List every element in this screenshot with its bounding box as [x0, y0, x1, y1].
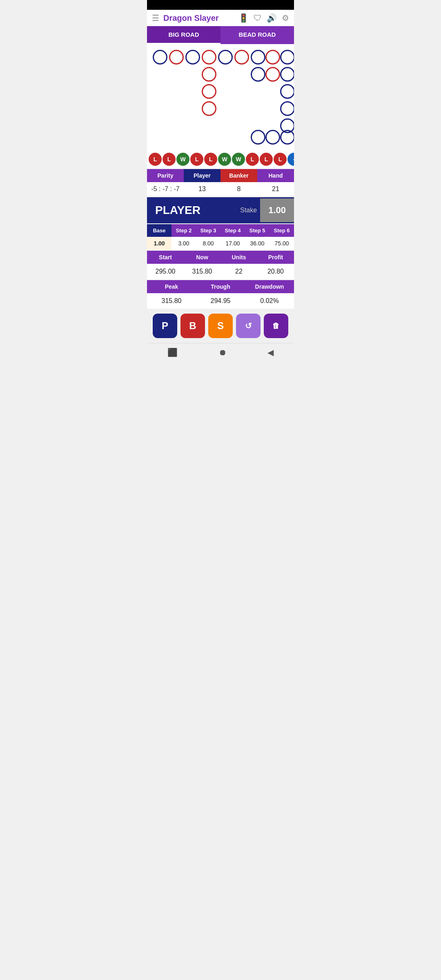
step5-value: 36.00: [245, 237, 270, 250]
delete-button[interactable]: 🗑: [264, 314, 288, 338]
action-buttons: P B S ↺ 🗑: [147, 309, 294, 343]
player-button[interactable]: P: [153, 314, 177, 338]
shield-icon[interactable]: 🛡: [254, 13, 262, 23]
tab-bead-road[interactable]: BEAD ROAD: [220, 26, 294, 44]
result-8: L: [260, 153, 273, 166]
squeeze-button[interactable]: S: [208, 314, 233, 338]
circle-r0c6: [251, 50, 265, 65]
profit-header: Profit: [257, 251, 294, 264]
circle-r0c2: [185, 50, 200, 65]
bet-stake-label: Stake: [237, 207, 260, 214]
steps-section: Base Step 2 Step 3 Step 4 Step 5 Step 6 …: [147, 224, 294, 250]
circle-r3c7: [280, 101, 294, 116]
peak-value: 315.80: [147, 293, 196, 309]
circle-r1c3: [202, 67, 216, 82]
result-6: W: [232, 153, 245, 166]
result-3: L: [190, 153, 203, 166]
ptd-section: Peak Trough Drawdown 315.80 294.95 0.02%: [147, 280, 294, 309]
fin-header-row: Start Now Units Profit: [147, 251, 294, 264]
result-5: W: [218, 153, 231, 166]
step2-header: Step 2: [172, 224, 196, 237]
units-value: 22: [220, 264, 257, 279]
volume-icon[interactable]: 🔊: [267, 13, 277, 23]
fin-data-row: 295.00 315.80 22 20.80: [147, 264, 294, 279]
steps-data-row: 1.00 3.00 8.00 17.00 36.00 75.00: [147, 237, 294, 250]
step3-value: 8.00: [196, 237, 220, 250]
base-value: 1.00: [147, 237, 172, 250]
circle-r0c5: [234, 50, 249, 65]
base-header: Base: [147, 224, 172, 237]
hand-header: Hand: [257, 169, 294, 182]
circle-r3c3: [202, 101, 216, 116]
header-icons: 🚦 🛡 🔊 ⚙: [238, 13, 289, 23]
back-button[interactable]: ◀: [267, 347, 274, 357]
circle-r0c3: [202, 50, 216, 65]
circle-r0c7: [265, 50, 280, 65]
ptd-header-row: Peak Trough Drawdown: [147, 280, 294, 293]
results-row: L L W L L W W L L L - W W W W: [147, 150, 294, 168]
stats-header-row: Parity Player Banker Hand: [147, 169, 294, 182]
steps-header-row: Base Step 2 Step 3 Step 4 Step 5 Step 6: [147, 224, 294, 237]
start-value: 295.00: [147, 264, 184, 279]
ptd-data-row: 315.80 294.95 0.02%: [147, 293, 294, 309]
hand-value: 21: [257, 182, 294, 196]
result-2: W: [176, 153, 189, 166]
settings-icon[interactable]: ⚙: [282, 13, 289, 23]
circles-grid: [151, 48, 290, 146]
player-header: Player: [184, 169, 220, 182]
bet-stake-value: 1.00: [260, 198, 294, 222]
circle-r1c8: [280, 67, 294, 82]
units-header: Units: [220, 251, 257, 264]
parity-header: Parity: [147, 169, 184, 182]
step5-header: Step 5: [245, 224, 270, 237]
stats-data-row: -5 : -7 : -7 13 8 21: [147, 182, 294, 196]
banker-value: 8: [220, 182, 257, 196]
now-header: Now: [184, 251, 220, 264]
bet-label: PLAYER: [147, 197, 237, 223]
circle-r0c0: [153, 50, 167, 65]
circle-r0c4: [218, 50, 233, 65]
tab-big-road[interactable]: BIG ROAD: [147, 26, 220, 44]
app-title: Dragon Slayer: [163, 13, 234, 23]
peak-header: Peak: [147, 280, 196, 293]
financial-section: Start Now Units Profit 295.00 315.80 22 …: [147, 251, 294, 279]
trough-header: Trough: [196, 280, 245, 293]
road-area: [147, 44, 294, 150]
menu-icon[interactable]: ☰: [152, 13, 159, 23]
profit-value: 20.80: [257, 264, 294, 279]
circle-r0c8: [280, 50, 294, 65]
start-header: Start: [147, 251, 184, 264]
player-value: 13: [184, 182, 220, 196]
step3-header: Step 3: [196, 224, 220, 237]
result-4: L: [204, 153, 217, 166]
banker-header: Banker: [220, 169, 257, 182]
step6-value: 75.00: [270, 237, 294, 250]
stop-button[interactable]: ⬛: [167, 347, 178, 357]
bet-display: PLAYER Stake 1.00: [147, 197, 294, 223]
tabs: BIG ROAD BEAD ROAD: [147, 26, 294, 44]
header: ☰ Dragon Slayer 🚦 🛡 🔊 ⚙: [147, 10, 294, 26]
circle-r2c3: [202, 84, 216, 99]
circle-r2c7: [280, 84, 294, 99]
circle-r1c7: [265, 67, 280, 82]
home-button[interactable]: ⏺: [218, 347, 227, 357]
circle-r1c6: [251, 67, 265, 82]
circle-r5c8: [265, 130, 280, 145]
status-bar: [147, 0, 294, 10]
step4-value: 17.00: [220, 237, 245, 250]
drawdown-header: Drawdown: [245, 280, 294, 293]
now-value: 315.80: [184, 264, 220, 279]
circle-r0c1: [169, 50, 184, 65]
circle-r5c9: [280, 130, 294, 145]
trough-value: 294.95: [196, 293, 245, 309]
result-9: L: [274, 153, 287, 166]
banker-button[interactable]: B: [180, 314, 205, 338]
undo-button[interactable]: ↺: [236, 314, 261, 338]
stats-section: Parity Player Banker Hand -5 : -7 : -7 1…: [147, 169, 294, 196]
result-7: L: [246, 153, 259, 166]
parity-value: -5 : -7 : -7: [147, 182, 184, 196]
bottom-nav: ⬛ ⏺ ◀: [147, 343, 294, 361]
result-1: L: [163, 153, 176, 166]
traffic-icon[interactable]: 🚦: [238, 13, 249, 23]
step2-value: 3.00: [172, 237, 196, 250]
